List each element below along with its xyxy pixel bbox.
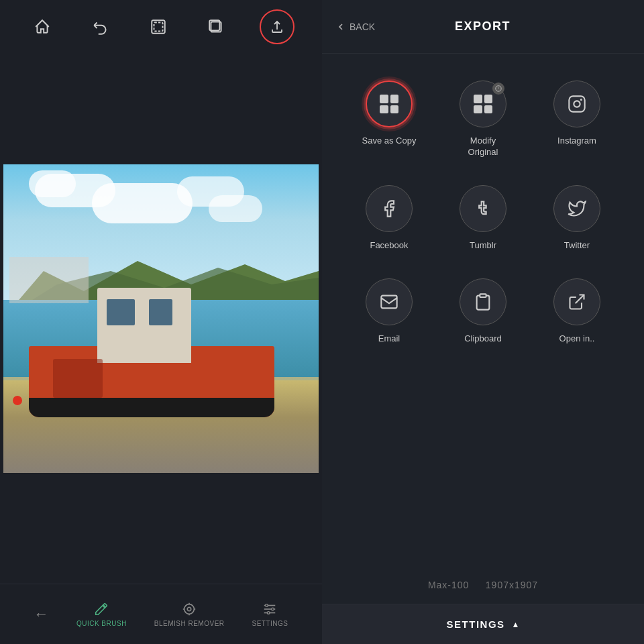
town	[9, 257, 89, 303]
quality-label: Max-100	[428, 580, 469, 590]
settings-tool[interactable]: SETTINGS	[252, 602, 288, 627]
svg-point-16	[272, 608, 274, 610]
export-item-facebook[interactable]: Facebook	[342, 185, 436, 252]
modify-original-label: Modify Original	[468, 136, 498, 158]
email-icon-circle	[366, 278, 413, 325]
svg-point-7	[187, 607, 191, 611]
settings-bar-label: SETTINGS	[447, 619, 505, 630]
export-info: Max-100 1907x1907	[322, 566, 644, 604]
svg-point-17	[268, 611, 270, 614]
tumblr-label: Tumblr	[470, 240, 496, 252]
svg-line-26	[576, 294, 584, 303]
home-icon[interactable]	[28, 12, 57, 42]
save-as-copy-label: Save as Copy	[362, 136, 417, 147]
share-icon[interactable]	[260, 9, 294, 44]
quick-brush-label: QUICK BRUSH	[76, 620, 127, 627]
svg-rect-21	[569, 96, 584, 111]
cloud	[29, 170, 76, 197]
export-title: EXPORT	[375, 19, 590, 34]
rust-patch	[53, 359, 102, 398]
export-item-clipboard[interactable]: Clipboard	[436, 278, 530, 345]
svg-rect-0	[154, 23, 162, 32]
svg-rect-25	[480, 294, 486, 297]
blemish-remover-tool[interactable]: BLEMISH REMOVER	[154, 602, 225, 627]
photo-background	[3, 164, 319, 473]
export-item-open-in[interactable]: Open in..	[530, 278, 624, 345]
facebook-label: Facebook	[370, 240, 408, 252]
top-toolbar	[0, 0, 322, 54]
settings-bar[interactable]: SETTINGS ▲	[322, 604, 644, 644]
clipboard-label: Clipboard	[464, 333, 502, 345]
cabin-window	[107, 299, 135, 325]
export-item-modify-original[interactable]: Modify Original	[436, 80, 530, 158]
clipboard-icon-circle	[460, 278, 506, 325]
export-item-twitter[interactable]: Twitter	[530, 185, 624, 252]
export-item-tumblr[interactable]: Tumblr	[436, 185, 530, 252]
twitter-label: Twitter	[564, 240, 590, 252]
svg-point-6	[184, 604, 195, 614]
svg-point-22	[574, 101, 580, 107]
quick-brush-tool[interactable]: QUICK BRUSH	[76, 602, 127, 627]
left-panel: ← QUICK BRUSH BLEMISH REMOVER	[0, 0, 322, 644]
dimensions-label: 1907x1907	[486, 580, 538, 590]
open-in-icon-circle	[553, 278, 600, 325]
instagram-icon-circle	[553, 80, 600, 127]
photo-container	[3, 164, 319, 473]
crop-icon[interactable]	[144, 12, 173, 42]
save-as-copy-icon-circle	[366, 80, 413, 127]
cloud	[209, 195, 262, 222]
svg-point-23	[581, 99, 582, 100]
email-label: Email	[378, 333, 400, 345]
modify-original-icon-circle	[460, 80, 506, 127]
back-button[interactable]: BACK	[335, 21, 375, 32]
modify-original-badge	[492, 83, 504, 95]
boat	[29, 288, 275, 417]
boat-cabin	[97, 288, 191, 363]
export-grid: Save as Copy Modify Ori	[322, 54, 644, 566]
settings-tool-label: SETTINGS	[252, 620, 288, 627]
facebook-icon-circle	[366, 185, 413, 232]
boat-bottom	[29, 398, 275, 417]
right-panel: BACK EXPORT Save as Copy	[322, 0, 644, 644]
open-in-label: Open in..	[559, 333, 595, 345]
buoy	[13, 396, 22, 405]
blemish-remover-label: BLEMISH REMOVER	[154, 620, 225, 627]
export-item-save-as-copy[interactable]: Save as Copy	[342, 80, 436, 158]
export-item-instagram[interactable]: Instagram	[530, 80, 624, 158]
undo-icon[interactable]	[86, 12, 115, 42]
export-item-email[interactable]: Email	[342, 278, 436, 345]
export-header: BACK EXPORT	[322, 0, 644, 54]
instagram-label: Instagram	[557, 136, 596, 147]
twitter-icon-circle	[553, 185, 600, 232]
svg-point-15	[266, 604, 268, 606]
back-button[interactable]: ←	[34, 606, 49, 623]
bottom-toolbar: ← QUICK BRUSH BLEMISH REMOVER	[0, 584, 322, 644]
tumblr-icon-circle	[460, 185, 506, 232]
layers-icon[interactable]	[201, 12, 231, 42]
back-label: BACK	[350, 21, 375, 32]
cabin-window-2	[149, 299, 172, 325]
photo-area	[0, 54, 322, 584]
settings-bar-arrow: ▲	[512, 620, 520, 629]
svg-rect-24	[381, 295, 396, 308]
